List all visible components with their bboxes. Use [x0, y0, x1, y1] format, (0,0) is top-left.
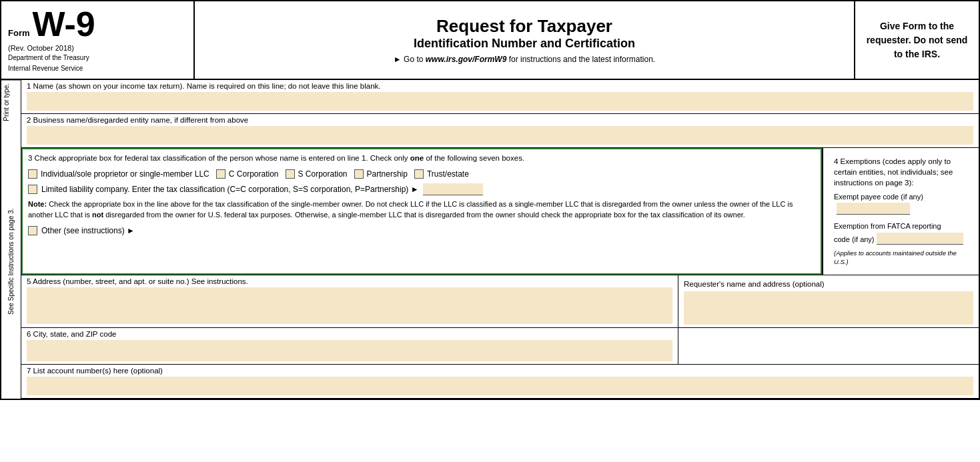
- checkbox-s-corp-box[interactable]: [286, 169, 295, 179]
- section-34-wrapper: 3 Check appropriate box for federal tax …: [21, 148, 979, 275]
- checkbox-c-corp-label: C Corporation: [229, 169, 279, 179]
- field6-input[interactable]: [27, 340, 672, 361]
- field1-input[interactable]: [27, 92, 973, 111]
- sidebar: Print or type. See Specific Instructions…: [1, 80, 21, 399]
- form-container: Form W-9 (Rev. October 2018) Department …: [0, 0, 980, 400]
- field5-row: 5 Address (number, street, and apt. or s…: [21, 275, 979, 328]
- main-title-line1: Request for Taxpayer: [201, 16, 847, 37]
- main-content: 1 Name (as shown on your income tax retu…: [21, 80, 979, 399]
- checkbox-trust: Trust/estate: [414, 169, 469, 179]
- llc-input[interactable]: [423, 183, 483, 195]
- form-number: W-9: [33, 7, 95, 41]
- llc-label: Limited liability company. Enter the tax…: [41, 185, 419, 194]
- goto-url: www.irs.gov/FormW9: [426, 55, 507, 64]
- checkbox-partnership: Partnership: [354, 169, 408, 179]
- requester-area: Requester's name and address (optional): [678, 275, 979, 327]
- checkbox-individual-label: Individual/sole proprietor or single-mem…: [41, 169, 209, 179]
- fatca-input[interactable]: [877, 233, 963, 245]
- checkbox-partnership-label: Partnership: [367, 169, 408, 179]
- field5-input[interactable]: [27, 287, 672, 324]
- checkbox-trust-box[interactable]: [414, 169, 424, 179]
- requester-label: Requester's name and address (optional): [684, 278, 973, 290]
- field2-row: 2 Business name/disregarded entity name,…: [21, 114, 979, 148]
- field2-input[interactable]: [27, 126, 973, 145]
- field6-row: 6 City, state, and ZIP code: [21, 328, 979, 365]
- checkbox-c-corp-box[interactable]: [216, 169, 225, 179]
- field7-label: 7 List account number(s) here (optional): [21, 365, 979, 377]
- field6-right: [678, 328, 979, 364]
- field1-row: 1 Name (as shown on your income tax retu…: [21, 80, 979, 114]
- field7-row: 7 List account number(s) here (optional): [21, 365, 979, 399]
- field6-left: 6 City, state, and ZIP code: [21, 328, 678, 364]
- field1-label: 1 Name (as shown on your income tax retu…: [21, 80, 979, 92]
- fatca-label: Exemption from FATCA reporting code (if …: [834, 221, 968, 245]
- dept-line2: Internal Revenue Service: [8, 64, 187, 73]
- requester-input[interactable]: [684, 291, 973, 325]
- give-form-text: Give Form to the requester. Do not send …: [862, 19, 972, 61]
- checkbox-s-corp-label: S Corporation: [298, 169, 348, 179]
- goto-text: ► Go to www.irs.gov/FormW9 for instructi…: [201, 55, 847, 64]
- section-4: 4 Exemptions (codes apply only to certai…: [822, 148, 979, 275]
- field2-label: 2 Business name/disregarded entity name,…: [21, 114, 979, 126]
- header-center: Request for Taxpayer Identification Numb…: [195, 1, 855, 79]
- header-right: Give Form to the requester. Do not send …: [855, 1, 979, 79]
- note-row: Note: Check the appropriate box in the l…: [23, 197, 821, 223]
- llc-checkbox[interactable]: [28, 185, 37, 194]
- checkbox-individual-box[interactable]: [28, 169, 37, 179]
- note-label: Note:: [28, 200, 47, 208]
- note-bold: not: [92, 211, 103, 219]
- llc-row: Limited liability company. Enter the tax…: [23, 181, 821, 197]
- body-wrapper: Print or type. See Specific Instructions…: [1, 80, 979, 399]
- section4-content: 4 Exemptions (codes apply only to certai…: [829, 152, 973, 271]
- field5-left: 5 Address (number, street, and apt. or s…: [21, 275, 678, 327]
- checkbox-c-corp: C Corporation: [216, 169, 279, 179]
- checkboxes-row1: Individual/sole proprietor or single-mem…: [23, 167, 821, 181]
- form-header: Form W-9 (Rev. October 2018) Department …: [1, 1, 979, 80]
- form-label: Form: [8, 28, 30, 38]
- checkbox-individual: Individual/sole proprietor or single-mem…: [28, 169, 209, 179]
- checkbox-trust-label: Trust/estate: [427, 169, 469, 179]
- section3-header: 3 Check appropriate box for federal tax …: [23, 149, 821, 167]
- other-row: Other (see instructions) ►: [23, 223, 821, 238]
- exempt-payee-label: Exempt payee code (if any): [834, 192, 968, 214]
- field7-input[interactable]: [27, 377, 973, 395]
- header-left: Form W-9 (Rev. October 2018) Department …: [1, 1, 195, 79]
- rev-date: (Rev. October 2018): [8, 44, 187, 52]
- sidebar-instructions: See Specific Instructions on page 3.: [1, 124, 21, 399]
- sidebar-print-type: Print or type.: [1, 80, 21, 124]
- dept-line1: Department of the Treasury: [8, 53, 187, 63]
- other-checkbox[interactable]: [28, 226, 37, 235]
- section-3: 3 Check appropriate box for federal tax …: [21, 148, 822, 275]
- field6-label: 6 City, state, and ZIP code: [21, 328, 678, 340]
- checkbox-partnership-box[interactable]: [354, 169, 364, 179]
- other-label: Other (see instructions) ►: [41, 226, 135, 235]
- field4-label: 4 Exemptions (codes apply only to certai…: [834, 156, 968, 188]
- applies-note: (Applies to accounts maintained outside …: [834, 249, 968, 267]
- exempt-payee-input[interactable]: [837, 203, 910, 215]
- main-title-line2: Identification Number and Certification: [201, 37, 847, 51]
- checkbox-s-corp: S Corporation: [286, 169, 348, 179]
- field5-label: 5 Address (number, street, and apt. or s…: [21, 275, 678, 287]
